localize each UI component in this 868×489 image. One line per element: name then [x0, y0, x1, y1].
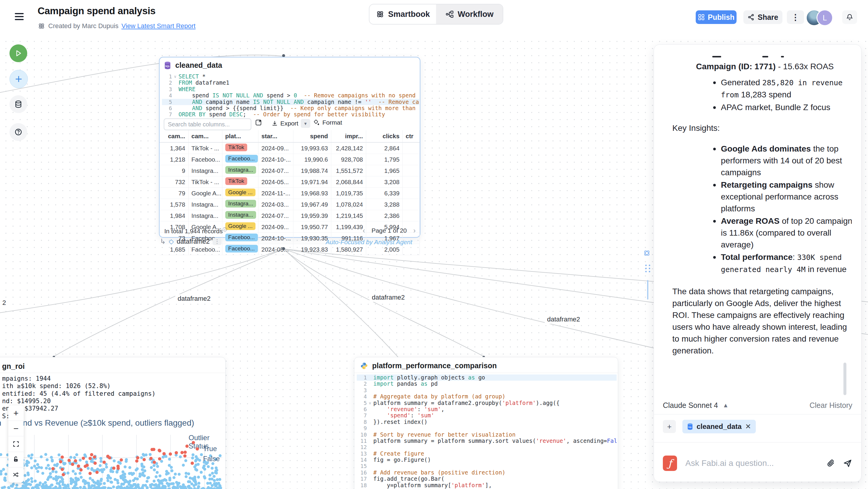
publish-button[interactable]: Publish	[696, 10, 737, 24]
clear-history-button[interactable]: Clear History	[810, 401, 852, 410]
table-cell: 2,068,844	[331, 176, 366, 188]
table-cell: 2,428,142	[331, 142, 366, 154]
avatar-initial: L	[823, 13, 827, 22]
smart-report-link[interactable]: View Latest Smart Report	[121, 22, 195, 30]
agent-atom-icon[interactable]	[643, 249, 651, 257]
data-sources-button[interactable]	[9, 95, 27, 113]
sql-code-editor[interactable]: 1∨SELECT *2FROM dataframe13WHERE4 spend …	[162, 73, 419, 118]
console-line: nd: $14995.20	[2, 398, 51, 405]
fit-view-button[interactable]	[8, 436, 24, 452]
dataframe-menu-button[interactable]: ⋮	[213, 238, 221, 245]
created-by-label: Created by Marc Dupuis	[48, 22, 118, 30]
export-button[interactable]: Export ▾	[272, 119, 310, 128]
sql-node-cleaned-data[interactable]: SQL cleaned_data 1∨SELECT *2FROM datafra…	[159, 57, 421, 238]
table-cell: 1,364	[160, 142, 188, 154]
export-dropdown-button[interactable]: ▾	[301, 119, 310, 128]
column-header[interactable]: clicks	[366, 130, 403, 142]
ai-chat-panel: Campaign (ID: 1771) - 15.63x ROAS Genera…	[654, 44, 862, 482]
column-header[interactable]: cam...	[160, 130, 188, 142]
zoom-in-button[interactable]: +	[8, 405, 24, 421]
drag-handle-icon[interactable]	[644, 264, 651, 273]
insight-bullet: Retargeting campaigns show exceptional p…	[713, 179, 852, 215]
code-line: 6 'revenue': 'sum',	[357, 406, 617, 412]
legend-entry-false[interactable]: False	[196, 455, 220, 463]
python-code-editor[interactable]: 1import plotly.graph_objects as go2impor…	[357, 374, 617, 489]
menu-button[interactable]	[14, 12, 25, 23]
table-cell: 2024-09...	[258, 142, 293, 154]
next-page-button[interactable]: ›	[413, 226, 416, 235]
format-button[interactable]: Format	[313, 119, 342, 126]
python-node-platform-performance[interactable]: platform_performance_comparison 1import …	[354, 357, 618, 489]
table-cell	[403, 210, 420, 221]
lock-canvas-button[interactable]	[8, 452, 24, 467]
download-icon	[272, 120, 278, 127]
avatar[interactable]: L	[816, 9, 833, 26]
table-cell: Instagra...	[188, 199, 222, 210]
column-header[interactable]: ctr	[403, 130, 420, 142]
sql-database-icon: SQL	[687, 423, 693, 430]
column-header[interactable]: star...	[258, 130, 293, 142]
send-button[interactable]	[843, 459, 852, 468]
legend-entry-true[interactable]: True	[196, 445, 217, 453]
tab-workflow[interactable]: Workflow	[436, 4, 503, 24]
table-cell: 2024-10-...	[258, 154, 293, 165]
add-node-button[interactable]	[9, 70, 28, 88]
legend-marker	[196, 457, 199, 461]
tab-smartbook-label: Smartbook	[388, 10, 430, 19]
panel-resize-handle[interactable]	[647, 280, 648, 300]
column-header[interactable]: cam...	[188, 130, 222, 142]
search-table-columns-input[interactable]	[164, 118, 251, 130]
table-cell: Faceboo...	[188, 154, 222, 165]
context-chip-cleaned-data[interactable]: SQL cleaned_data ✕	[682, 420, 756, 433]
table-row: 1,984Instagra...Instagra...2024-07...19,…	[160, 210, 420, 221]
help-icon	[14, 128, 23, 136]
run-workflow-button[interactable]	[9, 44, 27, 62]
table-row: 1,218Faceboo...Faceboo...2024-10-...19,9…	[160, 154, 420, 165]
more-options-button[interactable]: ⋮	[787, 10, 804, 24]
table-cell: 19,993.63	[293, 142, 331, 154]
code-line: 1∨SELECT *	[162, 73, 419, 80]
share-button[interactable]: Share	[743, 10, 782, 24]
table-cell: 3,208	[366, 176, 403, 188]
ask-question-input[interactable]	[685, 458, 818, 468]
column-header[interactable]: impr...	[331, 130, 366, 142]
model-selector[interactable]: Claude Sonnet 4	[663, 401, 718, 410]
python-icon	[360, 362, 368, 370]
key-insights-label: Key Insights:	[672, 122, 852, 134]
table-cell: Instagra...	[188, 165, 222, 176]
table-cell: 19,967.49	[293, 199, 331, 210]
zoom-out-button[interactable]: −	[8, 421, 24, 436]
notifications-button[interactable]	[842, 10, 857, 24]
chat-messages[interactable]: Campaign (ID: 1771) - 15.63x ROAS Genera…	[672, 50, 852, 393]
tab-smartbook[interactable]: Smartbook	[369, 4, 436, 24]
help-button[interactable]	[9, 123, 27, 141]
auto-layout-button[interactable]	[8, 467, 24, 483]
output-dataframe-chip[interactable]: ↳ ◇ dataframe2 ⋮	[160, 237, 221, 246]
export-label: Export	[280, 120, 299, 127]
table-cell: Instagra...	[188, 210, 222, 221]
plus-icon: +	[667, 422, 672, 431]
remove-context-button[interactable]: ✕	[745, 422, 751, 431]
edge-label-dataframe2: dataframe2	[175, 294, 213, 303]
python-node-campaign-roi[interactable]: gn_roi mpaigns: 1944ith ≥$10k spend: 102…	[0, 357, 225, 489]
table-cell: Instagra...	[222, 165, 258, 176]
column-header[interactable]: spend	[293, 130, 331, 142]
code-line: 4 spend IS NOT NULL AND spend > 0 -- Rem…	[162, 92, 419, 98]
column-header[interactable]: plat...	[222, 130, 258, 142]
chat-scrollbar[interactable]	[843, 363, 846, 395]
chevron-up-icon[interactable]: ▲	[723, 402, 728, 409]
table-cell: TikTok - ...	[188, 176, 222, 188]
node-title: platform_performance_comparison	[372, 361, 497, 370]
svg-text:SQL: SQL	[688, 426, 692, 428]
info-icon[interactable]: ⓘ	[223, 227, 227, 232]
canvas-zoom-toolbar: + −	[8, 405, 24, 483]
hamburger-icon	[15, 13, 24, 14]
prev-page-button[interactable]: ‹	[363, 226, 365, 235]
return-arrow-icon: ↳	[160, 237, 166, 246]
table-cell: 79	[160, 188, 188, 199]
publish-grid-icon	[698, 13, 705, 21]
code-line: 13# Create figure	[357, 451, 617, 457]
expand-table-button[interactable]	[255, 119, 262, 126]
add-context-button[interactable]: +	[663, 420, 676, 433]
attachment-button[interactable]	[826, 459, 835, 468]
